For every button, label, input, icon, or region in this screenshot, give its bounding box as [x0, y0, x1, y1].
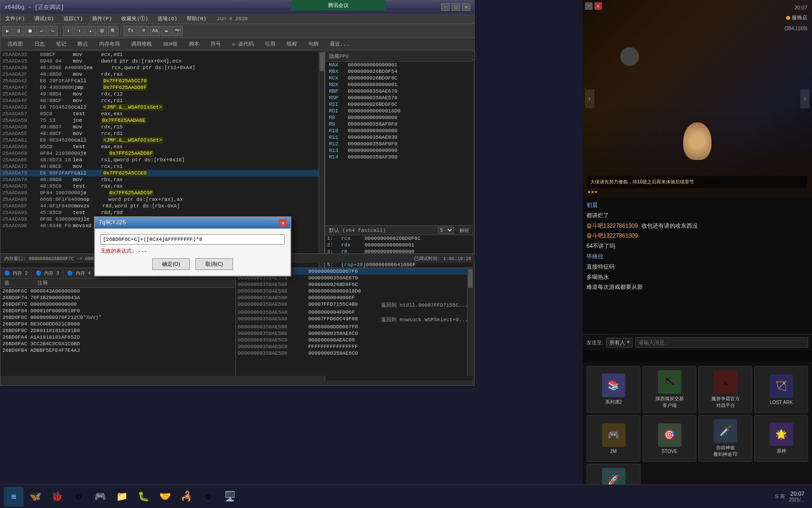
toolbar-btn-aa[interactable]: Aa	[150, 26, 160, 36]
menu-file[interactable]: 文件(F)	[2, 14, 28, 23]
memview-row[interactable]: 00000000358AE588 000000000000018D0	[236, 288, 473, 294]
disasm-line[interactable]: 25AADA95 45:85C0 test r8d,r8d	[0, 209, 324, 216]
tab-breakpoints[interactable]: 断点	[72, 39, 93, 49]
taskbar-start[interactable]: ⊞	[4, 487, 23, 507]
disasm-line[interactable]: 25AADA4C 49:8BD4 mov rdx,r12	[0, 91, 324, 97]
taskbar-icon-game[interactable]: 🎮	[90, 487, 110, 507]
memview-row[interactable]: 00000000358AE5D0 00000000358AE6C0	[236, 350, 473, 357]
reg-r10[interactable]: R100000000000008000	[325, 127, 473, 134]
game-icon-coal[interactable]: ⛏ 陕西煤炭交易客户端	[642, 366, 696, 413]
memview-row[interactable]: 00000000358AE5B8 00000000358AE6C0	[236, 330, 473, 337]
disasm-line[interactable]: 25AADA72 48:8BCE mov rcx,rsi	[0, 163, 324, 170]
memory-tab-3[interactable]: 🔵 内存 3	[32, 269, 63, 278]
recipient-selector[interactable]: 所有人 ▼	[606, 338, 632, 348]
disasm-line-selected[interactable]: 25AADA75 E8 66F2FAFF call 0x7FF625A5CCE0	[0, 170, 324, 176]
reg-rax[interactable]: RAX0000000000000001	[325, 62, 473, 68]
toolbar-btn-2[interactable]: ⏸	[14, 26, 24, 36]
tab-callstack[interactable]: 调用堆栈	[126, 39, 157, 49]
disasm-line[interactable]: 25AADA33 88BCF mov ecx,edi	[0, 51, 324, 58]
scrollbar-thumb[interactable]	[320, 52, 324, 71]
disasm-line[interactable]: 25AADA7A 48:8BD8 mov rbx,rax	[0, 176, 324, 183]
taskbar-icon-gear[interactable]: ⚙️	[69, 487, 88, 507]
tab-memlayout[interactable]: 内存布局	[94, 39, 125, 49]
tab-handles[interactable]: 句柄	[303, 39, 324, 49]
taskbar-icon-folder[interactable]: 📁	[112, 487, 132, 507]
game-icon-warcraft[interactable]: ⚔️ 魔兽争霸官方对战平台	[698, 366, 752, 413]
memview-row[interactable]: 00000000358AE598 00007FFD7155C4B0 返回到 nt…	[236, 301, 473, 309]
memory-tab-4[interactable]: 🔵 内存 4	[63, 269, 95, 278]
nav-arrow-right[interactable]: ›	[800, 89, 810, 108]
tab-seh[interactable]: SEH链	[158, 39, 183, 49]
reg-rbp[interactable]: RBP00000000358AE670	[325, 88, 473, 95]
reg-rsp[interactable]: RSP00000000358AE570	[325, 95, 473, 101]
disasm-line[interactable]: 25AADA38 48:8D8E A40000 lea rcx,qword pt…	[0, 64, 324, 71]
toolbar-btn-3[interactable]: ⏹	[25, 26, 35, 36]
menu-help[interactable]: 帮助(H)	[184, 14, 209, 23]
menu-options[interactable]: 选项(O)	[155, 14, 180, 23]
taskbar-icon-bug[interactable]: 🐛	[133, 487, 153, 507]
taskbar-search[interactable]: 🦋	[25, 487, 45, 507]
taskbar-icon-settings[interactable]: ⚙️	[198, 487, 218, 507]
menu-favorites[interactable]: 收藏夹(①)	[118, 14, 151, 23]
tab-recent[interactable]: 最近...	[325, 39, 355, 49]
memview-scrollbar[interactable]	[467, 268, 473, 376]
tab-script[interactable]: 脚本	[184, 39, 204, 49]
reg-r13[interactable]: R130000000000000000	[325, 147, 473, 154]
memview-pane[interactable]: 00000000358AE570 00000000DDD067F0 000000…	[235, 268, 473, 376]
disasm-line[interactable]: 25AADA61 E8 6E345200 call <JMP.&__WSAFDI…	[0, 137, 324, 143]
reg-rdi[interactable]: RDI000000000000018D0	[325, 108, 473, 114]
nav-arrow-left[interactable]: ‹	[585, 89, 594, 108]
memview-scrollbar-thumb[interactable]	[468, 269, 473, 288]
disasm-line[interactable]: 25AADA8F 44:0F1F8400 movzx r8d,word ptr …	[0, 203, 324, 209]
memview-row[interactable]: 00000000358AE590 00000000040006F	[236, 294, 473, 301]
toolbar-btn-fx[interactable]: fx	[124, 26, 138, 36]
reg-r9[interactable]: R900000000358AF0F8	[325, 121, 473, 127]
maximize-btn[interactable]: □	[452, 3, 460, 11]
disasm-line[interactable]: 25AADA66 85C0 test eax,eax	[0, 143, 324, 150]
toolbar-btn-7[interactable]: ⬆	[74, 26, 85, 36]
toolbar-btn-1[interactable]: ▶	[2, 26, 13, 36]
menu-debug[interactable]: 调试(D)	[31, 14, 57, 23]
disasm-line[interactable]: 25AADA7D 48:85C0 test rax,rax	[0, 183, 324, 190]
toolbar-btn-5[interactable]: ↪	[47, 26, 58, 36]
taskbar-taskview[interactable]: 🐞	[47, 487, 67, 507]
disasm-line[interactable]: 25AADA68 0F84 21030000 je 0x7FF625AADD8F	[0, 150, 324, 157]
taskbar-icon-meeting[interactable]: 🤝	[155, 487, 175, 507]
memview-row[interactable]: 00000000358AE5B0 00000000DDD067F0	[236, 324, 473, 330]
memview-row[interactable]: 00000000358AE5C0 000000000AEAC00	[236, 337, 473, 343]
game-icon-2m[interactable]: 🎮 2M	[586, 415, 640, 462]
reg-rcx[interactable]: RCX0000000026BD0F6C	[325, 75, 473, 81]
tab-log[interactable]: 日志	[29, 39, 50, 49]
chat-input[interactable]	[635, 337, 808, 348]
disasm-scrollbar[interactable]	[319, 51, 324, 268]
disasm-line[interactable]: 25AADA35 8948 04 mov dword ptr ds:[rax+0…	[0, 58, 324, 64]
close-btn[interactable]: ✕	[462, 3, 470, 11]
reg-rdx[interactable]: RDX0000000000000001	[325, 81, 473, 88]
reg-r11[interactable]: R1100000000358AE830	[325, 134, 473, 141]
minimize-btn[interactable]: ─	[441, 3, 450, 11]
tab-source[interactable]: ◇ 源代码	[227, 39, 259, 49]
disasm-line[interactable]: 25AADA42 E8 29F2FAFF call 0x7FF625A5CC70	[0, 78, 324, 84]
memview-row[interactable]: 00000000358AE5A8 00007FFD6DC49F08 返回到 ms…	[236, 316, 473, 324]
disasm-line[interactable]: 25AADA5B 49:8BD7 mov rdx,r15	[0, 124, 324, 130]
game-icon-series2[interactable]: 📚 系列课2	[586, 366, 640, 413]
reg-rsi[interactable]: RSI0000000026BD0F6C	[325, 101, 473, 108]
disasm-line[interactable]: 25AADA6E 48:8D73 18 lea rsi,qword ptr ds…	[0, 157, 324, 163]
menu-plugin[interactable]: 插件(P)	[89, 14, 115, 23]
dialog-expression-input[interactable]	[101, 234, 285, 245]
toolbar-btn-9[interactable]: ⦿	[97, 26, 107, 36]
menu-trace[interactable]: 追踪(T)	[61, 14, 86, 23]
taskbar-icon-monitor[interactable]: 🖥️	[220, 487, 240, 507]
toolbar-btn-block[interactable]: ▬	[161, 26, 172, 36]
disasm-line[interactable]: 25AADA59 75 13 jne 0x7FF625AADA6E	[0, 117, 324, 124]
tab-threads[interactable]: 线程	[281, 39, 302, 49]
toolbar-btn-cam[interactable]: 📷	[172, 26, 183, 36]
toolbar-btn-6[interactable]: ⬇	[63, 26, 73, 36]
game-minimize-btn[interactable]: ─	[585, 2, 593, 10]
game-icon-stove[interactable]: 🎯 STOVE	[642, 415, 696, 462]
dialog-cancel-btn[interactable]: 取消(C)	[195, 258, 233, 270]
dialog-confirm-btn[interactable]: 确定(O)	[152, 258, 190, 270]
disasm-line[interactable]: 25AADA4F 48:8BCF mov rcx,rdi	[0, 97, 324, 104]
tab-flowchart[interactable]: 流程图	[2, 39, 28, 49]
tab-symbols[interactable]: 符号	[205, 39, 226, 49]
